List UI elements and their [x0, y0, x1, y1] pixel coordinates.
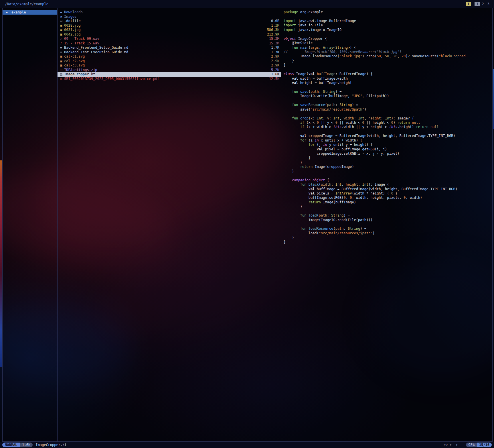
code-token [284, 200, 309, 204]
code-line: } [284, 169, 492, 174]
code-line: for (j in y until y + height) { [284, 143, 492, 147]
file-row[interactable]: ▣cal-c2.svg2.9K [58, 59, 281, 64]
code-token [306, 182, 308, 186]
tab-1[interactable]: 1 [475, 2, 480, 6]
code-token: , [364, 116, 368, 120]
code-token [284, 134, 300, 138]
tab-list: 123 [475, 2, 491, 6]
code-token: save [300, 90, 309, 94]
file-row[interactable]: ≡Backend_Test_Execution_Guide.md1.3K [58, 50, 281, 55]
code-token: buffImage [317, 72, 335, 76]
code-token: : [313, 116, 317, 120]
code-token: path [327, 103, 335, 107]
code-line: save("src/main/resources/$path") [284, 107, 492, 112]
tab-3[interactable]: 3 [486, 2, 491, 6]
code-token: : [344, 227, 348, 231]
file-row[interactable]: ▣0031.jpg586.3K [58, 28, 281, 32]
code-token: ) [373, 231, 375, 235]
parent-dir-item[interactable]: ▰example [3, 10, 57, 15]
code-line: import javax.imageio.ImageIO [284, 28, 492, 32]
code-token: "src/main/resources/$path" [311, 107, 364, 111]
file-row[interactable]: ▣cal-c3.svg2.9K [58, 63, 281, 68]
code-token: for [309, 143, 315, 147]
code-token: val [309, 191, 315, 195]
file-row[interactable]: ▣0028.jpg1.3M [58, 23, 281, 28]
code-token: args [311, 46, 319, 50]
code-token: , [339, 116, 343, 120]
file-row[interactable]: ◫IDEAsettings.zip5.2K [58, 68, 281, 72]
code-token [284, 121, 300, 125]
code-token: Image(ImageIO.read(File(path))) [284, 218, 373, 222]
code-token: class [284, 72, 294, 76]
code-line: fun load(path: String) = [284, 213, 492, 218]
code-token: val [309, 72, 315, 76]
code-line: ImageIO.write(buffImage, "JPG", File(pat… [284, 94, 492, 98]
code-token: 0 [391, 121, 393, 125]
code-token: 0 [362, 121, 364, 125]
code-token: } [284, 169, 294, 173]
code-token [284, 81, 292, 85]
code-token: ( [309, 90, 311, 94]
code-line [284, 222, 492, 227]
file-size: 2.9K [271, 54, 279, 59]
file-row[interactable]: ▥SBI_0032013739_2023_DE05_0003155631Invo… [58, 77, 281, 81]
file-row[interactable]: ▣0042.jpg212.9K [58, 32, 281, 37]
code-line: companion object { [284, 178, 492, 182]
code-line: fun loadResource(path: String) = [284, 227, 492, 231]
file-name: 0042.jpg [64, 32, 265, 37]
code-token: ): Image { [368, 182, 389, 186]
code-token: Array<String> [323, 46, 350, 50]
file-row[interactable]: ▤.dotfile0.0B [58, 19, 281, 23]
code-token: 0 [317, 121, 319, 125]
code-token: , [341, 182, 345, 186]
code-line [284, 112, 492, 116]
code-token: width = buffImage.width [298, 76, 348, 80]
code-token: null [412, 121, 420, 125]
file-row[interactable]: ▣cal-c1.svg2.9K [58, 54, 281, 59]
code-token: org.example [298, 10, 323, 14]
file-size: 2.9K [271, 59, 279, 64]
code-token: , [381, 54, 385, 58]
pdf-icon: ▥ [59, 77, 64, 81]
code-token: ImageIO.write(buffImage, [284, 94, 352, 98]
file-size: 15.3M [269, 41, 279, 46]
folder-icon: ▰ [59, 15, 64, 19]
file-size-badge: 1.6K [20, 443, 33, 447]
file-row[interactable]: ≡Backend_Frontend_Setup_Guide.md1.7K [58, 46, 281, 50]
code-token: { [325, 178, 329, 182]
code-line: object ImageCropper { [284, 37, 492, 41]
file-size: 586.3K [267, 28, 279, 32]
code-token: height [346, 182, 358, 186]
doc-icon: ≡ [59, 50, 64, 55]
image-icon: ▣ [59, 23, 64, 28]
code-line: fun crop(x: Int, y: Int, width: Int, hei… [284, 116, 492, 121]
code-token [284, 147, 317, 151]
file-size: 5.2K [271, 68, 279, 72]
file-row[interactable]: ♪15 - Track 15.wav15.3M [58, 41, 281, 46]
file-row[interactable]: ▤ImageCropper.kt1.6K [58, 72, 281, 77]
code-token: javax.imageio.ImageIO [296, 28, 341, 32]
code-token: fun [300, 213, 307, 217]
status-filename: ImageCropper.kt [35, 443, 66, 447]
file-row[interactable]: ♪09 - Track 09.wav15.3M [58, 37, 281, 41]
code-token: // Image.black(100, 100).saveResource("b… [284, 50, 402, 54]
code-token: black [309, 182, 319, 186]
code-token: ) { [350, 46, 356, 50]
code-token [284, 90, 292, 94]
code-token: val [292, 76, 298, 80]
code-token: save( [284, 107, 311, 111]
code-line: package org.example [284, 10, 492, 14]
code-token: saveResource [300, 103, 325, 107]
code-token: import [284, 19, 296, 23]
code-token: this [389, 125, 397, 129]
code-token: || height < [364, 121, 391, 125]
tab-2[interactable]: 2 [480, 2, 486, 6]
code-token: 0 [391, 191, 393, 195]
code-token [298, 103, 300, 107]
file-row[interactable]: ▰Downloads [58, 10, 281, 15]
file-row[interactable]: ▰Images [58, 15, 281, 19]
code-token: , [389, 54, 393, 58]
code-token: path [335, 227, 344, 231]
code-token [284, 191, 309, 195]
code-token: String [348, 227, 360, 231]
